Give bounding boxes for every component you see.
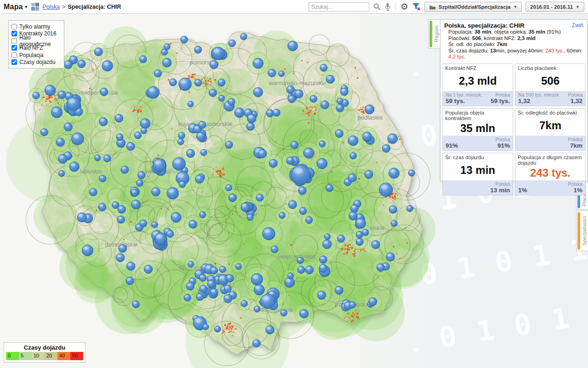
footer-value: 59 tys. [491,98,510,104]
breadcrumb-separator: > [62,4,65,10]
stat-card-value: 7km [515,115,585,136]
search-input[interactable] [309,2,369,12]
layer-checkbox[interactable] [11,24,17,29]
stat-card-title: Populacja objęta kontraktem [443,109,513,121]
layer-toggle-czasy-dojazdu[interactable]: Czasy dojazdu [11,59,61,66]
stat-card-footer: Na 100 tys. mieszk.1,32Polska1,32 [515,91,585,106]
layer-label: Czasy dojazdu [19,59,56,65]
stat-card-value: 13 min [443,160,513,180]
layer-label: Halo NFZ [19,45,43,51]
collapse-link[interactable]: Zwiń [572,22,583,29]
layer-checkbox[interactable] [11,38,17,44]
specjalnosci-tab-color-bar [577,212,580,250]
folder-icon [429,4,436,10]
footer-value: 91% [446,142,458,149]
panel-title: Polska, specjalizacja: CHIR [444,22,583,29]
breadcrumb-current: Specjalizacja: CHIR [68,4,121,10]
legend-title: Czasy dojazdu [6,344,83,351]
footer-value: 59 tys. [446,98,482,104]
summary-line: Populacja: 38 mln, objęta opieką: 35 mln… [444,29,583,35]
stat-card-value: 506 [515,71,585,91]
stat-card-footer: Polska7km [515,136,585,150]
layer-checkbox[interactable] [11,59,17,65]
layer-toggle-tylko-alarmy[interactable]: Tylko alarmy [11,23,61,30]
stat-card-title: Śr. odległość do placówki [515,109,585,116]
stat-cards-grid: Kontrakt NFZ2,3 mldNa 1 tys. mieszk.59 t… [441,62,587,197]
tab-region[interactable]: Region [428,19,440,49]
top-bar: Mapa ▾ Polska > Specjalizacja: CHIR ⚙ Sz… [0,0,588,14]
svg-text:podlaskie: podlaskie [358,114,383,121]
svg-text:świętokrzyskie: świętokrzyskie [277,253,316,260]
region-tab-label: Region [433,20,440,48]
legend-segment: 20 [45,352,57,360]
filter-funnel-icon[interactable] [412,3,421,11]
breadcrumb: Polska > Specjalizacja: CHIR [43,4,121,10]
footer-label: Polska [495,137,510,142]
stat-card[interactable]: Populacja z długim czasem dojazdu243 tys… [515,153,586,196]
region-tab-color-bar [430,21,432,47]
layer-label: Populacja [19,52,44,58]
stat-card-title: Populacja z długim czasem dojazdu [515,153,585,166]
specjalnosci-tab-label: Specjalności [581,211,588,251]
layer-checkbox[interactable] [11,31,17,36]
stat-card-value: 2,3 mld [443,71,513,91]
footer-value: 1% [518,187,527,194]
footer-label: Polska [568,137,582,142]
legend-scale: 0510204060 [6,352,83,360]
stat-card-value: 35 mln [443,121,513,136]
summary-line: Śr. odl. do placówki: 7km [444,41,583,48]
footer-value: 13 min [490,187,510,194]
footer-value: 1,32 [568,98,582,104]
legend-segment: 5 [19,352,32,360]
date-range-button[interactable]: 2016.01 - 2016.11 ▼ [526,2,584,12]
stat-card-title: Liczba placówek [515,64,585,71]
summary-line: Śr. czas dojazdu: 13min, powyżej 40min: … [444,48,583,60]
microphone-icon[interactable] [384,3,391,11]
stat-card[interactable]: Śr. odległość do placówki7kmPolska7km [515,108,586,151]
apps-grid-icon[interactable] [31,3,39,11]
footer-label: Na 100 tys. mieszk. [518,92,560,98]
settings-gear-icon[interactable]: ⚙ [401,2,408,11]
layer-checkbox[interactable] [11,52,17,58]
footer-value: 7km [568,142,582,149]
stat-card[interactable]: Populacja objęta kontraktem35 mln91%Pols… [442,108,513,151]
region-summary-panel: Polska, specjalizacja: CHIR Zwiń Populac… [440,19,588,181]
footer-label: Polska [568,92,582,98]
footer-label: Polska [491,92,510,98]
tab-specjalnosci[interactable]: Specjalności [576,211,588,251]
footer-value: 1,32 [518,98,560,104]
legend-segment: 10 [32,352,45,360]
legend-segment: 40 [57,352,70,360]
legend-segment: 60 [70,352,83,360]
app-menu-button[interactable]: Mapa ▾ [4,3,28,11]
footer-label [446,137,458,142]
stat-card-footer: 91%Polska91% [443,136,513,150]
footer-value: 1% [568,187,582,194]
layer-toggle-halo-geograficzne[interactable]: Halo geograficzne [11,37,61,45]
travel-time-legend: Czasy dojazdu 0510204060 [4,342,85,362]
breadcrumb-root-link[interactable]: Polska [43,4,60,10]
footer-label: Polska [568,181,582,187]
layer-checkbox[interactable] [11,45,17,51]
layer-toggle-populacja[interactable]: Populacja [11,52,61,59]
summary-line: Placówki: 506, kontrakt NFZ: 2,3 mld [444,35,583,42]
search-icon[interactable] [373,3,381,11]
stat-card-footer: Na 1 tys. mieszk.59 tys.Polska59 tys. [443,91,513,106]
chevron-down-icon: ▼ [513,5,517,9]
toolbar-divider [396,3,396,11]
footer-label: Na 1 tys. mieszk. [446,92,482,98]
stat-card-title: Śr. czas dojazdu [443,153,513,161]
stat-card-footer: 1%Polska1% [515,180,585,195]
stat-card[interactable]: Śr. czas dojazdu13 minPolska13 min [442,153,513,196]
stat-card[interactable]: Kontrakt NFZ2,3 mldNa 1 tys. mieszk.59 t… [442,63,513,106]
chevron-down-icon: ▾ [25,4,27,9]
stat-card[interactable]: Liczba placówek506Na 100 tys. mieszk.1,3… [515,63,586,106]
map-layers-panel: Tylko alarmyKontrakty 2016Halo geografic… [8,20,64,69]
category-dropdown-button[interactable]: Szpital/Oddział/Specjalizacja ▼ [424,2,522,12]
stat-card-value: 243 tys. [515,166,585,180]
footer-label: Polska [490,181,510,187]
chevron-down-icon: ▼ [576,5,580,9]
footer-label [518,181,527,187]
layer-label: Tylko alarmy [19,23,50,30]
footer-value: 91% [495,142,510,149]
